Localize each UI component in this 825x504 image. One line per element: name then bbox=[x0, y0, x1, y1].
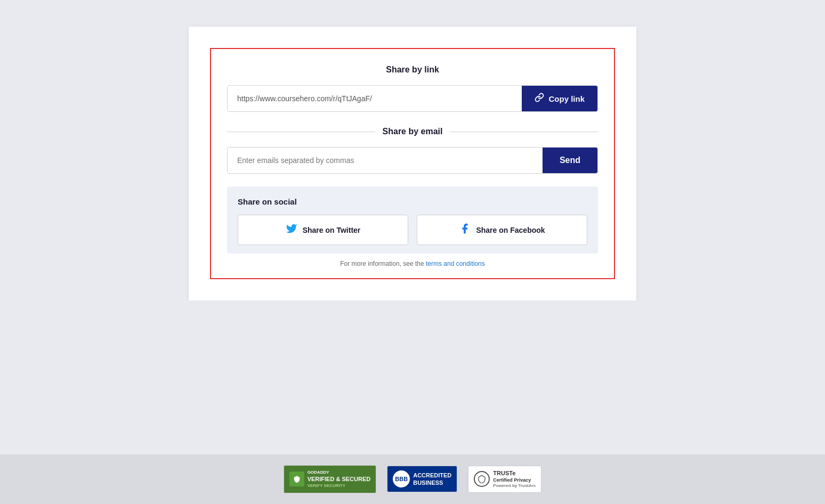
divider-left bbox=[227, 132, 375, 132]
twitter-label: Share on Twitter bbox=[303, 226, 361, 234]
share-on-social-title: Share on social bbox=[238, 197, 587, 206]
godaddy-line1: GODADDY bbox=[308, 470, 371, 475]
card-container: Share by link Copy link Share by email bbox=[189, 27, 636, 300]
truste-circle-icon bbox=[474, 471, 490, 487]
share-by-email-title: Share by email bbox=[383, 127, 443, 136]
share-by-link-title: Share by link bbox=[227, 65, 598, 75]
link-input[interactable] bbox=[228, 86, 522, 111]
divider-right bbox=[450, 132, 598, 132]
godaddy-line2: VERIFIED & SECURED bbox=[308, 475, 371, 483]
truste-text: TRUSTe Certified Privacy Powered by Trus… bbox=[493, 469, 536, 489]
bbb-line2: ACCREDITED bbox=[413, 472, 451, 479]
footer: GODADDY VERIFIED & SECURED VERIFY SECURI… bbox=[0, 454, 825, 504]
send-button[interactable]: Send bbox=[543, 148, 597, 173]
email-input[interactable] bbox=[228, 148, 543, 173]
copy-link-button[interactable]: Copy link bbox=[522, 86, 597, 111]
bbb-icon: BBB bbox=[393, 470, 410, 487]
spacer bbox=[0, 300, 825, 454]
terms-prefix: For more information, see the bbox=[340, 260, 426, 267]
facebook-label: Share on Facebook bbox=[476, 226, 545, 234]
godaddy-line3: VERIFY SECURITY bbox=[308, 483, 371, 489]
truste-line1: TRUSTe bbox=[493, 469, 536, 477]
twitter-icon bbox=[286, 223, 297, 237]
email-divider-section: Share by email bbox=[227, 127, 598, 136]
social-box: Share on social Share on Twitter bbox=[227, 186, 598, 254]
send-label: Send bbox=[560, 156, 580, 165]
truste-line3: Powered by TrustArc bbox=[493, 483, 536, 489]
bbb-line3: BUSINESS bbox=[413, 479, 451, 486]
page-wrapper: Share by link Copy link Share by email bbox=[0, 0, 825, 504]
terms-text: For more information, see the terms and … bbox=[227, 260, 598, 267]
link-icon bbox=[535, 93, 544, 104]
godaddy-text: GODADDY VERIFIED & SECURED VERIFY SECURI… bbox=[308, 470, 371, 489]
link-row: Copy link bbox=[227, 85, 598, 112]
bbb-text: ACCREDITED BUSINESS bbox=[413, 472, 451, 487]
bbb-letters: BBB bbox=[395, 476, 408, 482]
share-facebook-button[interactable]: Share on Facebook bbox=[417, 215, 587, 245]
copy-link-label: Copy link bbox=[548, 94, 585, 103]
facebook-icon bbox=[459, 223, 471, 237]
terms-link[interactable]: terms and conditions bbox=[426, 260, 485, 267]
godaddy-badge: GODADDY VERIFIED & SECURED VERIFY SECURI… bbox=[284, 465, 377, 493]
bbb-badge: BBB ACCREDITED BUSINESS bbox=[387, 466, 457, 492]
inner-box: Share by link Copy link Share by email bbox=[210, 48, 615, 279]
truste-badge: TRUSTe Certified Privacy Powered by Trus… bbox=[468, 466, 541, 492]
email-row: Send bbox=[227, 147, 598, 174]
social-buttons: Share on Twitter Share on Facebook bbox=[238, 215, 587, 245]
godaddy-shield-icon bbox=[289, 472, 304, 486]
truste-line2: Certified Privacy bbox=[493, 477, 536, 484]
share-twitter-button[interactable]: Share on Twitter bbox=[238, 215, 408, 245]
